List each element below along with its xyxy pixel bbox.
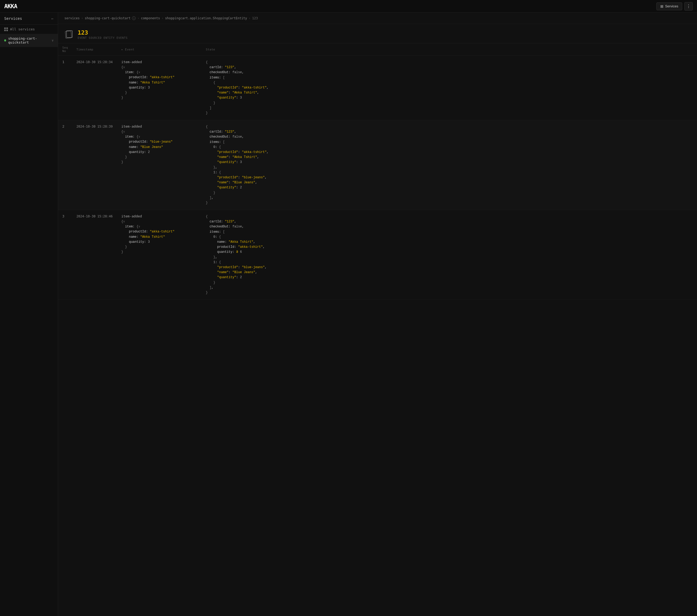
- layout: Services ← All services shopping-cart-qu…: [0, 13, 697, 616]
- event-cell: item-added {∨ item: {∨ productId: "akka-…: [117, 210, 202, 300]
- col-header-seq: Seq No: [58, 43, 72, 56]
- event-code: {∨ item: {∨ productId: "akka-tshirt" nam…: [121, 219, 197, 255]
- timestamp-cell: 2024-10-30 15:28:34: [72, 56, 117, 120]
- entity-header: 123 EVENT SOURCED ENTITY EVENTS: [58, 24, 697, 43]
- service-name-label: shopping-cart-quickstart: [8, 36, 52, 44]
- topnav-right: ⊞ Services ⋮: [656, 2, 693, 11]
- state-code: { cartId: "123", checkedOut: false, item…: [206, 214, 693, 295]
- breadcrumb: services › shopping-cart-quickstart i › …: [58, 13, 697, 24]
- service-item-left: shopping-cart-quickstart: [4, 36, 52, 44]
- event-cell: item-added {∨ item: {∨ productId: "akka-…: [117, 56, 202, 120]
- sidebar-title: Services: [4, 16, 22, 20]
- svg-rect-0: [65, 31, 72, 38]
- seq-cell: 2: [58, 120, 72, 210]
- breadcrumb-entity-id: 123: [252, 16, 258, 20]
- entity-subtitle: EVENT SOURCED ENTITY EVENTS: [78, 36, 128, 39]
- all-services-link[interactable]: All services: [0, 25, 58, 34]
- table-header: Seq No Timestamp ▸ Event State: [58, 43, 697, 56]
- event-name: item-added: [121, 124, 197, 128]
- col-header-event[interactable]: ▸ Event: [117, 43, 202, 56]
- entity-icon: [64, 30, 74, 39]
- breadcrumb-components[interactable]: components: [141, 16, 160, 20]
- state-cell: { cartId: "123", checkedOut: false, item…: [202, 120, 697, 210]
- entity-id: 123: [78, 29, 128, 36]
- topnav: AKKA ⊞ Services ⋮: [0, 0, 697, 13]
- chevron-down-icon: ∨: [52, 39, 54, 42]
- services-label: Services: [665, 4, 678, 8]
- entity-title-block: 123 EVENT SOURCED ENTITY EVENTS: [78, 29, 128, 39]
- state-code: { cartId: "123", checkedOut: false, item…: [206, 124, 693, 206]
- events-table: Seq No Timestamp ▸ Event State 1: [58, 43, 697, 300]
- status-dot: [4, 39, 6, 42]
- state-code: { cartId: "123", checkedOut: false, item…: [206, 60, 693, 116]
- breadcrumb-shopping-cart[interactable]: shopping-cart-quickstart: [85, 16, 130, 20]
- sidebar-back-button[interactable]: ←: [51, 16, 54, 20]
- event-code: {∨ item: {∨ productId: "blue-jeans" name…: [121, 129, 197, 165]
- dots-icon: ⋮: [686, 4, 691, 9]
- sidebar-header: Services ←: [0, 13, 58, 25]
- grid-icon: [4, 28, 8, 31]
- more-options-button[interactable]: ⋮: [684, 2, 693, 11]
- state-cell: { cartId: "123", checkedOut: false, item…: [202, 210, 697, 300]
- event-code: {∨ item: {∨ productId: "akka-tshirt" nam…: [121, 65, 197, 100]
- event-cell: item-added {∨ item: {∨ productId: "blue-…: [117, 120, 202, 210]
- breadcrumb-entity-class[interactable]: shoppingcart.application.ShoppingCartEnt…: [165, 16, 247, 20]
- state-cell: { cartId: "123", checkedOut: false, item…: [202, 56, 697, 120]
- logo: AKKA: [4, 3, 17, 10]
- info-icon[interactable]: i: [132, 16, 136, 20]
- col-header-timestamp: Timestamp: [72, 43, 117, 56]
- sidebar: Services ← All services shopping-cart-qu…: [0, 13, 58, 616]
- services-icon: ⊞: [660, 4, 664, 9]
- seq-cell: 1: [58, 56, 72, 120]
- breadcrumb-services[interactable]: services: [64, 16, 80, 20]
- sidebar-item-shopping-cart[interactable]: shopping-cart-quickstart ∨: [0, 34, 58, 47]
- seq-cell: 3: [58, 210, 72, 300]
- event-name: item-added: [121, 214, 197, 218]
- entity-icon-svg: [64, 30, 74, 39]
- table-body: 1 2024-10-30 15:28:34 item-added {∨ item…: [58, 56, 697, 300]
- table-row: 1 2024-10-30 15:28:34 item-added {∨ item…: [58, 56, 697, 120]
- timestamp-cell: 2024-10-30 15:28:39: [72, 120, 117, 210]
- table-row: 2 2024-10-30 15:28:39 item-added {∨ item…: [58, 120, 697, 210]
- table-row: 3 2024-10-30 15:28:46 item-added {∨ item…: [58, 210, 697, 300]
- main-content: services › shopping-cart-quickstart i › …: [58, 13, 697, 616]
- col-header-state: State: [202, 43, 697, 56]
- services-button[interactable]: ⊞ Services: [656, 2, 682, 10]
- timestamp-cell: 2024-10-30 15:28:46: [72, 210, 117, 300]
- all-services-label: All services: [10, 27, 35, 31]
- event-name: item-added: [121, 60, 197, 64]
